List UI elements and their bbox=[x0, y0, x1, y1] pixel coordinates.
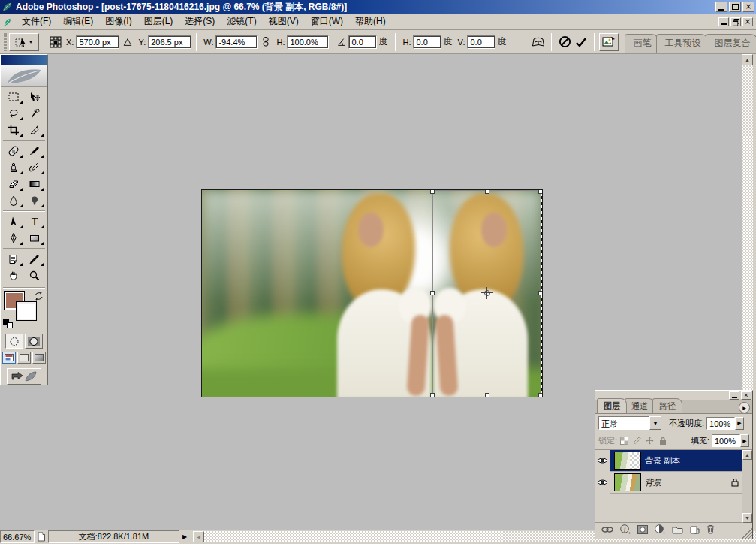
menu-help[interactable]: 帮助(H) bbox=[349, 14, 392, 29]
transform-handle-middle-right[interactable] bbox=[538, 291, 543, 295]
toolbox-feather-banner[interactable] bbox=[1, 65, 47, 87]
transform-reference-point[interactable] bbox=[483, 289, 492, 298]
crop-tool[interactable] bbox=[3, 122, 24, 138]
layer-thumbnail[interactable] bbox=[614, 452, 641, 470]
tab-tool-presets[interactable]: 工具预设 bbox=[656, 34, 709, 53]
type-tool[interactable]: T bbox=[24, 213, 45, 230]
new-layer-button[interactable] bbox=[690, 525, 700, 534]
layer-scroll-up-button[interactable]: ▲ bbox=[742, 450, 752, 460]
rectangular-marquee-tool[interactable] bbox=[3, 89, 24, 105]
x-input[interactable] bbox=[76, 35, 119, 49]
fill-spinner-button[interactable]: ▶ bbox=[740, 434, 749, 447]
height-input[interactable] bbox=[287, 35, 329, 49]
status-page-button[interactable] bbox=[35, 530, 48, 543]
background-color-swatch[interactable] bbox=[17, 302, 36, 320]
delete-layer-button[interactable] bbox=[706, 524, 715, 534]
minimize-button[interactable] bbox=[715, 2, 727, 12]
layer-thumbnail[interactable] bbox=[614, 473, 641, 491]
menu-select[interactable]: 选择(S) bbox=[179, 14, 221, 29]
transform-handle-bottom-left[interactable] bbox=[430, 393, 435, 397]
eraser-tool[interactable] bbox=[3, 176, 24, 192]
app-icon[interactable] bbox=[2, 2, 13, 12]
blend-mode-dropdown-button[interactable]: ▼ bbox=[649, 416, 661, 430]
commit-transform-button[interactable] bbox=[573, 34, 589, 50]
adjustment-layer-button[interactable] bbox=[655, 524, 665, 534]
palette-menu-button[interactable]: ▶ bbox=[739, 402, 750, 413]
visibility-toggle[interactable] bbox=[595, 472, 610, 494]
layer-name[interactable]: 背景 bbox=[645, 477, 661, 488]
document-icon[interactable] bbox=[2, 17, 13, 27]
transform-handle-top-left[interactable] bbox=[430, 189, 435, 194]
move-tool[interactable] bbox=[24, 89, 45, 105]
lock-pixels-button[interactable] bbox=[632, 436, 642, 446]
zoom-level-field[interactable]: 66.67% bbox=[0, 530, 35, 543]
cancel-transform-button[interactable] bbox=[556, 34, 573, 50]
y-input[interactable] bbox=[148, 35, 191, 49]
opacity-value[interactable]: 100% bbox=[706, 417, 735, 430]
visibility-toggle[interactable] bbox=[595, 450, 610, 472]
current-tool-button[interactable]: ▼ bbox=[9, 33, 39, 51]
palette-close-button[interactable]: × bbox=[741, 391, 751, 400]
transform-handle-top-center[interactable] bbox=[485, 189, 489, 194]
edit-in-imageready-button[interactable] bbox=[7, 368, 41, 385]
lock-position-button[interactable] bbox=[645, 436, 655, 446]
layer-style-button[interactable]: f bbox=[620, 524, 631, 534]
gradient-tool[interactable] bbox=[24, 176, 45, 192]
doc-minimize-button[interactable] bbox=[718, 17, 729, 26]
menu-window[interactable]: 窗口(W) bbox=[305, 14, 349, 29]
lock-transparency-button[interactable] bbox=[619, 436, 629, 446]
new-group-button[interactable] bbox=[672, 525, 683, 534]
layer-row-background-copy[interactable]: 背景 副本 bbox=[595, 450, 742, 472]
toolbox-title-bar[interactable] bbox=[1, 55, 47, 65]
maximize-button[interactable] bbox=[729, 2, 741, 12]
add-layer-mask-button[interactable] bbox=[637, 525, 648, 534]
status-options-button[interactable]: ▶ bbox=[179, 530, 190, 543]
menu-layer[interactable]: 图层(L) bbox=[138, 14, 179, 29]
eyedropper-tool[interactable] bbox=[24, 251, 45, 267]
blend-mode-select[interactable]: 正常 ▼ bbox=[598, 416, 661, 430]
brush-tool[interactable] bbox=[24, 143, 45, 159]
standard-screen-mode-button[interactable] bbox=[2, 352, 16, 364]
width-input[interactable] bbox=[215, 35, 258, 49]
warp-mode-button[interactable] bbox=[530, 34, 547, 50]
layer-list-scrollbar[interactable]: ▲ ▼ bbox=[742, 450, 752, 523]
slice-tool[interactable] bbox=[24, 122, 45, 138]
v-skew-input[interactable] bbox=[467, 35, 495, 49]
palette-resize-grip[interactable] bbox=[742, 528, 752, 539]
hscroll-left-button[interactable]: ◀ bbox=[193, 531, 204, 542]
quick-mask-mode-button[interactable] bbox=[25, 334, 43, 349]
menu-file[interactable]: 文件(F) bbox=[16, 14, 57, 29]
layer-scroll-down-button[interactable]: ▼ bbox=[742, 513, 752, 523]
hand-tool[interactable] bbox=[3, 267, 24, 284]
healing-brush-tool[interactable] bbox=[3, 143, 24, 159]
rotate-input[interactable] bbox=[348, 35, 377, 49]
tab-layers[interactable]: 图层 bbox=[597, 398, 627, 413]
opacity-spinner-button[interactable]: ▶ bbox=[735, 417, 744, 430]
notes-tool[interactable] bbox=[3, 251, 24, 267]
link-layers-button[interactable] bbox=[601, 526, 613, 533]
h-skew-input[interactable] bbox=[413, 35, 441, 49]
default-colors-icon[interactable] bbox=[3, 319, 14, 328]
doc-restore-button[interactable] bbox=[730, 17, 741, 26]
doc-close-button[interactable]: × bbox=[742, 17, 753, 26]
lasso-tool[interactable] bbox=[3, 105, 24, 122]
fullscreen-with-menu-button[interactable] bbox=[17, 352, 31, 364]
canvas-image[interactable] bbox=[201, 189, 543, 397]
clone-stamp-tool[interactable] bbox=[3, 159, 24, 176]
tab-layer-comps[interactable]: 图层复合 bbox=[706, 34, 756, 53]
relative-position-toggle[interactable] bbox=[119, 34, 136, 50]
transform-handle-top-right[interactable] bbox=[538, 189, 543, 194]
menu-edit[interactable]: 编辑(E) bbox=[57, 14, 99, 29]
transform-handle-middle-left[interactable] bbox=[430, 291, 435, 295]
menu-filter[interactable]: 滤镜(T) bbox=[221, 14, 262, 29]
transform-handle-bottom-right[interactable] bbox=[538, 393, 543, 397]
swap-colors-icon[interactable] bbox=[34, 292, 44, 301]
file-browser-button[interactable] bbox=[599, 33, 619, 51]
fullscreen-button[interactable] bbox=[32, 352, 46, 364]
history-brush-tool[interactable] bbox=[24, 159, 45, 176]
menu-image[interactable]: 图像(I) bbox=[99, 14, 137, 29]
lock-all-button[interactable] bbox=[658, 436, 667, 446]
options-bar-grip[interactable] bbox=[4, 33, 7, 51]
dodge-tool[interactable] bbox=[24, 192, 45, 209]
layer-row-background[interactable]: 背景 bbox=[595, 472, 742, 494]
